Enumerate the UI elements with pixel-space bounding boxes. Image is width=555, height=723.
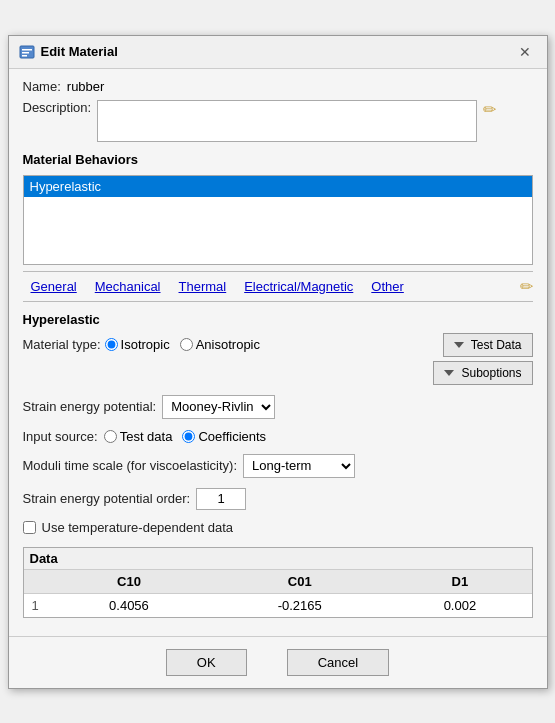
description-row: Description: ✏ (23, 100, 533, 142)
side-buttons: Test Data Suboptions (433, 333, 532, 385)
data-section: Data C10 C01 D1 1 0.4056 -0.2165 0.0 (23, 547, 533, 618)
strain-order-input[interactable] (196, 488, 246, 510)
ok-button[interactable]: OK (166, 649, 247, 676)
edit-material-dialog: Edit Material ✕ Name: rubber Description… (8, 35, 548, 689)
cell-d1: 0.002 (388, 593, 531, 617)
strain-energy-select[interactable]: Mooney-Rivlin Neo Hookean Polynomial (162, 395, 275, 419)
input-source-radio-group: Test data Coefficients (104, 429, 266, 444)
suboptions-triangle-icon (444, 370, 454, 376)
behaviors-item-hyperelastic[interactable]: Hyperelastic (24, 176, 532, 197)
title-bar-left: Edit Material (19, 44, 118, 60)
dialog-icon (19, 44, 35, 60)
col-d1: D1 (388, 570, 531, 594)
cell-c01: -0.2165 (211, 593, 388, 617)
col-c01: C01 (211, 570, 388, 594)
tabs-pencil-icon[interactable]: ✏ (520, 277, 533, 296)
test-data-triangle-icon (454, 342, 464, 348)
temp-dependent-row: Use temperature-dependent data (23, 520, 533, 535)
cell-c10: 0.4056 (47, 593, 211, 617)
tab-other[interactable]: Other (363, 276, 412, 297)
dialog-body: Name: rubber Description: ✏ Material Beh… (9, 69, 547, 628)
close-button[interactable]: ✕ (513, 42, 537, 62)
svg-rect-3 (22, 55, 27, 57)
behaviors-list[interactable]: Hyperelastic (23, 175, 533, 265)
material-type-label: Material type: (23, 337, 101, 352)
col-row-num (24, 570, 47, 594)
name-value: rubber (67, 79, 105, 94)
moduli-time-row: Moduli time scale (for viscoelasticity):… (23, 454, 533, 478)
temp-dependent-checkbox[interactable] (23, 521, 36, 534)
radio-test-data[interactable]: Test data (104, 429, 173, 444)
suboptions-button[interactable]: Suboptions (433, 361, 532, 385)
cancel-button[interactable]: Cancel (287, 649, 389, 676)
svg-rect-1 (22, 49, 32, 51)
tab-thermal[interactable]: Thermal (171, 276, 235, 297)
dialog-title: Edit Material (41, 44, 118, 59)
tab-general[interactable]: General (23, 276, 85, 297)
moduli-time-label: Moduli time scale (for viscoelasticity): (23, 458, 238, 473)
title-bar: Edit Material ✕ (9, 36, 547, 69)
material-type-radio-group: Isotropic Anisotropic (105, 337, 260, 352)
table-row: 1 0.4056 -0.2165 0.002 (24, 593, 532, 617)
input-source-row: Input source: Test data Coefficients (23, 429, 533, 444)
description-pencil-icon[interactable]: ✏ (483, 100, 496, 119)
description-label: Description: (23, 100, 92, 115)
strain-energy-row: Strain energy potential: Mooney-Rivlin N… (23, 395, 533, 419)
bottom-buttons: OK Cancel (9, 636, 547, 688)
test-data-button[interactable]: Test Data (443, 333, 533, 357)
row-number: 1 (24, 593, 47, 617)
moduli-time-select[interactable]: Long-term Instantaneous (243, 454, 355, 478)
data-section-header: Data (24, 548, 532, 570)
hyperelastic-title: Hyperelastic (23, 312, 533, 327)
radio-isotropic[interactable]: Isotropic (105, 337, 170, 352)
strain-order-label: Strain energy potential order: (23, 491, 191, 506)
behaviors-section-header: Material Behaviors (23, 152, 533, 167)
description-input[interactable] (97, 100, 477, 142)
name-row: Name: rubber (23, 79, 533, 94)
svg-rect-2 (22, 52, 29, 54)
temp-dependent-label: Use temperature-dependent data (42, 520, 234, 535)
tab-electrical-magnetic[interactable]: Electrical/Magnetic (236, 276, 361, 297)
radio-coefficients[interactable]: Coefficients (182, 429, 266, 444)
material-type-row: Material type: Isotropic Anisotropic (23, 337, 261, 352)
col-c10: C10 (47, 570, 211, 594)
input-source-label: Input source: (23, 429, 98, 444)
strain-order-row: Strain energy potential order: (23, 488, 533, 510)
data-table: C10 C01 D1 1 0.4056 -0.2165 0.002 (24, 570, 532, 617)
radio-anisotropic[interactable]: Anisotropic (180, 337, 260, 352)
tabs-row: General Mechanical Thermal Electrical/Ma… (23, 271, 533, 302)
name-label: Name: (23, 79, 61, 94)
tab-mechanical[interactable]: Mechanical (87, 276, 169, 297)
strain-energy-label: Strain energy potential: (23, 399, 157, 414)
